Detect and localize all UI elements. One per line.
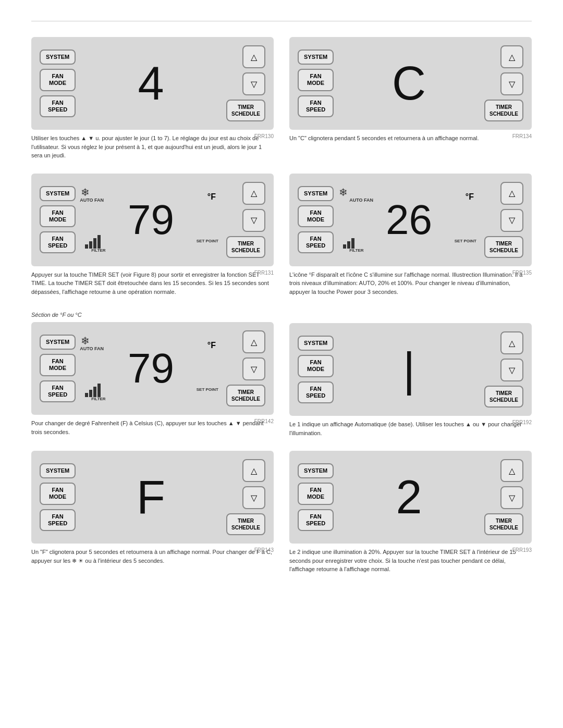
arrow-down-button[interactable]: ▽ <box>242 486 265 509</box>
caption-frr134: Un "C" clignotera pendant 5 secondes et … <box>289 134 532 143</box>
page-container: SYSTEM FANMODE FANSPEED 4 △ ▽ TIMERSCHED… <box>0 0 563 608</box>
timer-schedule-button[interactable]: TIMERSCHEDULE <box>226 385 265 406</box>
arrow-up-button[interactable]: △ <box>242 330 265 353</box>
system-button[interactable]: SYSTEM <box>298 336 334 351</box>
arrow-up-button[interactable]: △ <box>500 182 523 205</box>
panel-display-area: 4 <box>76 45 226 121</box>
fan-mode-button[interactable]: FANMODE <box>40 69 76 91</box>
panel-frr143: SYSTEM FANMODE FANSPEED F △ ▽ TIMERSCHED… <box>31 451 274 544</box>
fan-speed-button[interactable]: FANSPEED <box>40 509 76 531</box>
panel-display-area: F <box>76 459 226 535</box>
col-left-4: SYSTEM FANMODE FANSPEED F △ ▽ TIMERSCHED… <box>31 451 274 582</box>
timer-schedule-button[interactable]: TIMERSCHEDULE <box>484 513 523 535</box>
arrow-up-button[interactable]: △ <box>500 459 523 482</box>
panel-buttons-left: SYSTEM FANMODE FANSPEED <box>298 182 334 258</box>
filter-label: FILTER <box>349 248 363 253</box>
timer-schedule-button[interactable]: TIMERSCHEDULE <box>484 100 523 121</box>
timer-schedule-button[interactable]: TIMERSCHEDULE <box>226 236 265 258</box>
fan-mode-button[interactable]: FANMODE <box>298 205 334 227</box>
panel-buttons-left: SYSTEM FANMODE FANSPEED <box>298 331 334 408</box>
temp-area: ❄ AUTO FAN 79 °F SET POINT FILTER <box>76 330 226 406</box>
fan-speed-button[interactable]: FANSPEED <box>298 231 334 253</box>
system-button[interactable]: SYSTEM <box>40 335 76 350</box>
fan-speed-button[interactable]: FANSPEED <box>40 95 76 117</box>
arrow-down-button[interactable]: ▽ <box>242 357 265 380</box>
fan-speed-button[interactable]: FANSPEED <box>40 231 76 253</box>
display-slash: | <box>403 343 415 397</box>
temp-unit: °F <box>207 341 216 350</box>
row-4: SYSTEM FANMODE FANSPEED F △ ▽ TIMERSCHED… <box>31 451 532 582</box>
timer-schedule-button[interactable]: TIMERSCHEDULE <box>484 236 523 258</box>
fan-bars <box>85 235 101 249</box>
fan-mode-button[interactable]: FANMODE <box>40 205 76 227</box>
system-button[interactable]: SYSTEM <box>298 50 334 65</box>
panel-display-area: 2 <box>334 459 484 535</box>
panel-frr192: SYSTEM FANMODE FANSPEED | △ ▽ TIMERSCHED… <box>289 323 532 416</box>
arrow-up-button[interactable]: △ <box>242 45 265 68</box>
system-button[interactable]: SYSTEM <box>298 463 334 478</box>
fan-mode-button[interactable]: FANMODE <box>40 483 76 504</box>
panel-frr135: SYSTEM FANMODE FANSPEED ❄ AUTO FAN 26 °F… <box>289 174 532 266</box>
arrow-up-button[interactable]: △ <box>242 459 265 482</box>
arrow-down-button[interactable]: ▽ <box>500 359 523 381</box>
set-point-label: SET POINT <box>455 239 476 243</box>
timer-schedule-button[interactable]: TIMERSCHEDULE <box>484 386 523 408</box>
fan-speed-button[interactable]: FANSPEED <box>298 509 334 531</box>
filter-label: FILTER <box>91 397 105 401</box>
fan-bars <box>85 384 101 397</box>
timer-schedule-button[interactable]: TIMERSCHEDULE <box>226 100 265 121</box>
panel-right: △ ▽ TIMERSCHEDULE <box>226 330 265 406</box>
arrow-down-button[interactable]: ▽ <box>500 72 523 95</box>
panel-frr142: SYSTEM FANMODE FANSPEED ❄ AUTO FAN 79 °F… <box>31 322 274 415</box>
col-right-section: SYSTEM FANMODE FANSPEED | △ ▽ TIMERSCHED… <box>289 310 532 446</box>
temp-unit: °F <box>207 192 216 202</box>
arrow-up-button[interactable]: △ <box>500 331 523 354</box>
fan-speed-button[interactable]: FANSPEED <box>298 95 334 117</box>
temp-display: 79 <box>128 199 174 241</box>
panel-display-area: C <box>334 45 484 121</box>
panel-buttons-left: SYSTEM FANMODE FANSPEED <box>40 330 76 406</box>
arrow-down-button[interactable]: ▽ <box>500 209 523 232</box>
caption-frr192: Le 1 indique un affichage Automatique (d… <box>289 420 532 437</box>
caption-frr142: Pour changer de degré Fahrenheit (F) à C… <box>31 419 274 436</box>
caption-frr130: Utiliser les touches ▲ ▼ u. pour ajuster… <box>31 134 274 160</box>
panel-frr134: SYSTEM FANMODE FANSPEED C △ ▽ TIMERSCHED… <box>289 37 532 130</box>
fig-num: FRR192 <box>512 419 532 425</box>
system-button[interactable]: SYSTEM <box>298 186 334 201</box>
panel-frr130: SYSTEM FANMODE FANSPEED 4 △ ▽ TIMERSCHED… <box>31 37 274 130</box>
caption-frr143: Un "F" clignotera pour 5 secondes et ret… <box>31 548 274 565</box>
system-button[interactable]: SYSTEM <box>40 186 76 201</box>
fan-speed-button[interactable]: FANSPEED <box>298 381 334 403</box>
panel-buttons-left: SYSTEM FANMODE FANSPEED <box>40 459 76 535</box>
panel-right: △ ▽ TIMERSCHEDULE <box>226 182 265 258</box>
fan-bars <box>343 238 354 249</box>
panel-right: △ ▽ TIMERSCHEDULE <box>484 182 523 258</box>
caption-frr131: Appuyer sur la touche TIMER SET (voir Fi… <box>31 270 274 297</box>
timer-schedule-button[interactable]: TIMERSCHEDULE <box>226 513 265 535</box>
display-letter: C <box>392 60 426 107</box>
fan-mode-button[interactable]: FANMODE <box>298 69 334 91</box>
panel-buttons-left: SYSTEM FANMODE FANSPEED <box>298 45 334 121</box>
fan-mode-button[interactable]: FANMODE <box>40 354 76 376</box>
fan-speed-button[interactable]: FANSPEED <box>40 380 76 402</box>
caption-frr135: L'icône °F disparaît et l'icône C s'illu… <box>289 270 532 297</box>
panel-buttons-left: SYSTEM FANMODE FANSPEED <box>298 459 334 535</box>
fig-num: FRR142 <box>254 418 274 424</box>
fan-mode-button[interactable]: FANMODE <box>298 483 334 504</box>
panel-frr193: SYSTEM FANMODE FANSPEED 2 △ ▽ TIMERSCHED… <box>289 451 532 544</box>
fan-mode-button[interactable]: FANMODE <box>298 355 334 377</box>
temp-area: ❄ AUTO FAN 26 °F SET POINT FILTER <box>334 182 484 258</box>
arrow-up-button[interactable]: △ <box>500 45 523 68</box>
caption-frr193: Le 2 indique une illumination à 20%. App… <box>289 548 532 574</box>
arrow-up-button[interactable]: △ <box>242 182 265 205</box>
system-button[interactable]: SYSTEM <box>40 463 76 478</box>
system-button[interactable]: SYSTEM <box>40 50 76 65</box>
auto-fan-label: AUTO FAN <box>80 346 104 351</box>
arrow-down-button[interactable]: ▽ <box>242 209 265 232</box>
auto-fan-label: AUTO FAN <box>349 198 373 203</box>
panel-frr131: SYSTEM FANMODE FANSPEED ❄ AUTO FAN 79 °F… <box>31 174 274 266</box>
row-2: SYSTEM FANMODE FANSPEED ❄ AUTO FAN 79 °F… <box>31 174 532 305</box>
arrow-down-button[interactable]: ▽ <box>242 72 265 95</box>
panel-right: △ ▽ TIMERSCHEDULE <box>484 459 523 535</box>
arrow-down-button[interactable]: ▽ <box>500 486 523 509</box>
